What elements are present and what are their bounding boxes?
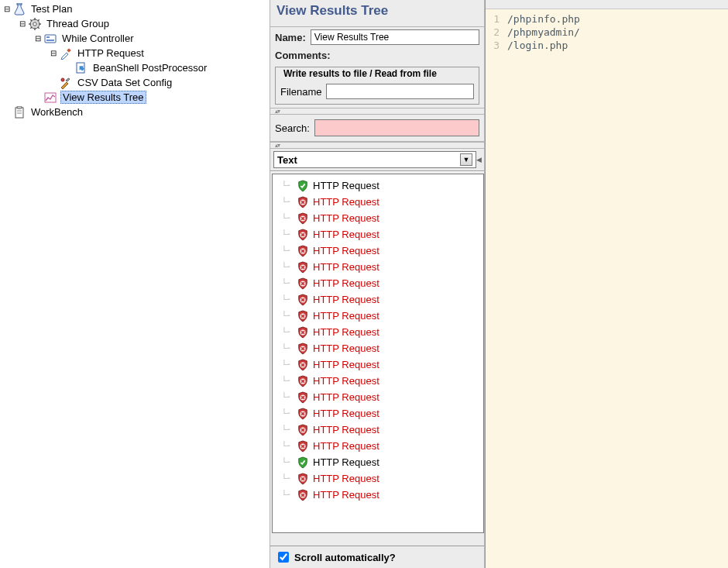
tree-branch-icon: └╴: [279, 473, 293, 484]
result-label: HTTP Request: [313, 424, 379, 435]
result-row[interactable]: └╴HTTP Request: [279, 194, 483, 210]
code-area[interactable]: /phpinfo.php/phpmyadmin//login.php: [504, 9, 728, 568]
tree-branch-icon: └╴: [279, 327, 293, 337]
result-label: HTTP Request: [313, 277, 379, 289]
svg-rect-13: [46, 40, 54, 41]
chevron-down-icon[interactable]: ▼: [460, 153, 472, 166]
clipboard-icon: [12, 105, 26, 119]
filename-label: Filename: [280, 86, 321, 98]
tree-label: While Controller: [60, 33, 135, 44]
result-row[interactable]: └╴HTTP Request: [279, 226, 483, 243]
tree-node-view-results-tree[interactable]: View Results Tree: [34, 90, 270, 105]
tree-branch-icon: └╴: [279, 278, 293, 288]
line-number: 3: [486, 39, 500, 52]
svg-rect-19: [17, 106, 22, 108]
scroll-auto-checkbox[interactable]: [278, 552, 289, 563]
shield-error-icon: [297, 391, 308, 404]
tree-node-beanshell[interactable]: BeanShell PostProcessor: [65, 60, 270, 75]
tree-branch-icon: └╴: [279, 181, 293, 191]
result-row[interactable]: └╴HTTP Request: [279, 373, 483, 389]
group-title: Write results to file / Read from file: [280, 68, 440, 79]
result-label: HTTP Request: [313, 473, 379, 484]
tree-node-http-request[interactable]: ⊟ HTTP Request: [50, 46, 270, 60]
panel-title: View Results Tree: [270, 0, 484, 27]
name-input[interactable]: [311, 29, 479, 45]
shield-error-icon: [297, 229, 308, 241]
shield-error-icon: [297, 343, 308, 355]
result-row[interactable]: └╴HTTP Request: [279, 356, 483, 373]
splitter-handle[interactable]: ▴▾: [270, 142, 484, 149]
result-label: HTTP Request: [313, 391, 379, 403]
tree-node-workbench[interactable]: WorkBench: [3, 105, 270, 119]
shield-error-icon: [297, 245, 308, 257]
tree-label: BeanShell PostProcessor: [91, 62, 208, 74]
combo-value: Text: [277, 154, 297, 166]
results-icon: [43, 91, 57, 105]
expand-icon[interactable]: ⊟: [3, 5, 11, 13]
result-row[interactable]: └╴HTTP Request: [279, 308, 483, 324]
flask-icon: [12, 2, 26, 16]
splitter-handle[interactable]: ▴▾: [270, 108, 484, 115]
shield-error-icon: [297, 375, 308, 387]
shield-success-icon: [297, 180, 308, 192]
text-editor-panel: 123 /phpinfo.php/phpmyadmin//login.php: [485, 0, 728, 568]
expand-icon[interactable]: ⊟: [19, 19, 26, 28]
result-row[interactable]: └╴HTTP Request: [279, 389, 483, 405]
tree-label: CSV Data Set Config: [76, 77, 173, 88]
dropper-icon: [59, 46, 73, 60]
code-line[interactable]: /phpmyadmin/: [507, 26, 728, 39]
result-label: HTTP Request: [313, 310, 379, 322]
tree-branch-icon: └╴: [279, 343, 293, 353]
tree-branch-icon: └╴: [279, 457, 293, 467]
tree-node-test-plan[interactable]: ⊟ Test Plan: [3, 2, 270, 16]
line-number: 2: [486, 26, 500, 39]
result-row[interactable]: └╴HTTP Request: [279, 470, 483, 487]
name-label: Name:: [275, 32, 306, 43]
controller-icon: [43, 32, 57, 46]
code-line[interactable]: /login.php: [507, 39, 728, 52]
result-row[interactable]: └╴HTTP Request: [279, 259, 483, 275]
tree-branch-icon: └╴: [279, 197, 293, 207]
filename-input[interactable]: [326, 84, 474, 99]
result-row[interactable]: └╴HTTP Request: [279, 487, 483, 503]
svg-line-10: [38, 19, 39, 21]
result-row[interactable]: └╴HTTP Request: [279, 405, 483, 422]
tree-label: Thread Group: [45, 18, 111, 29]
gear-icon: [28, 17, 42, 31]
result-row[interactable]: └╴HTTP Request: [279, 340, 483, 356]
shield-error-icon: [297, 424, 308, 436]
result-row[interactable]: └╴HTTP Request: [279, 177, 483, 194]
tree-branch-icon: └╴: [279, 425, 293, 435]
result-row[interactable]: └╴HTTP Request: [279, 243, 483, 259]
tree-branch-icon: └╴: [279, 213, 293, 223]
result-row[interactable]: └╴HTTP Request: [279, 422, 483, 438]
tree-node-while-controller[interactable]: ⊟ While Controller: [34, 31, 270, 46]
result-row[interactable]: └╴HTTP Request: [279, 324, 483, 340]
expand-icon[interactable]: ⊟: [50, 49, 57, 57]
result-label: HTTP Request: [313, 343, 379, 354]
tree-branch-icon: └╴: [279, 376, 293, 386]
result-row[interactable]: └╴HTTP Request: [279, 210, 483, 226]
view-results-panel: View Results Tree Name: Comments: Write …: [270, 0, 485, 568]
renderer-combo[interactable]: Text ▼: [273, 151, 476, 168]
line-number: 1: [486, 12, 500, 26]
search-input[interactable]: [314, 119, 479, 136]
result-row[interactable]: └╴HTTP Request: [279, 454, 483, 470]
result-label: HTTP Request: [313, 489, 379, 501]
tree-branch-icon: └╴: [279, 490, 293, 500]
collapse-handle-icon[interactable]: ◀: [476, 156, 481, 164]
shield-error-icon: [297, 489, 308, 501]
shield-error-icon: [297, 310, 308, 322]
code-line[interactable]: /phpinfo.php: [507, 12, 728, 26]
result-row[interactable]: └╴HTTP Request: [279, 275, 483, 291]
result-row[interactable]: └╴HTTP Request: [279, 291, 483, 308]
result-label: HTTP Request: [313, 180, 379, 191]
tree-label: WorkBench: [29, 106, 84, 118]
svg-rect-11: [45, 35, 56, 43]
result-label: HTTP Request: [313, 408, 379, 419]
result-row[interactable]: └╴HTTP Request: [279, 438, 483, 454]
tree-node-thread-group[interactable]: ⊟ Thread Group: [19, 16, 270, 31]
results-list[interactable]: └╴HTTP Request└╴HTTP Request└╴HTTP Reque…: [272, 174, 484, 533]
expand-icon[interactable]: ⊟: [34, 34, 42, 43]
tree-node-csv-config[interactable]: CSV Data Set Config: [50, 75, 270, 90]
